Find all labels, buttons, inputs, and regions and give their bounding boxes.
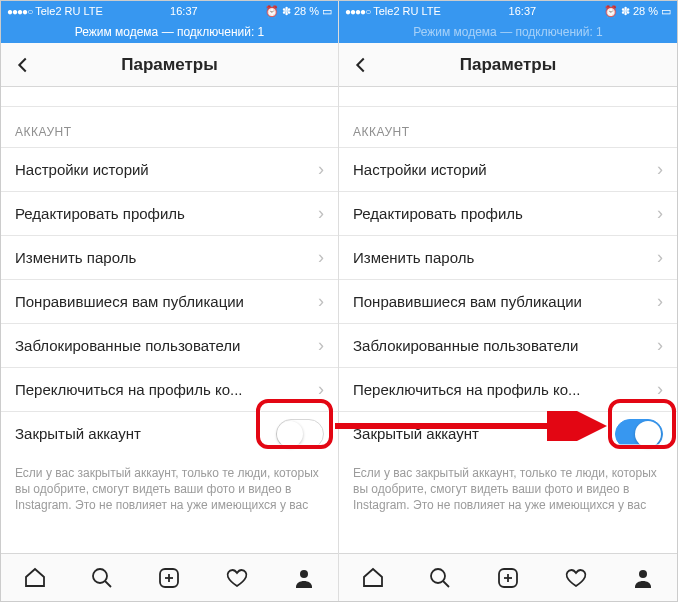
network-label: LTE [421,5,440,17]
row-liked-posts[interactable]: Понравившиеся вам публикации › [339,279,677,323]
hotspot-bar[interactable]: Режим модема — подключений: 1 [339,21,677,43]
nav-bar: Параметры [1,43,338,87]
row-label: Заблокированные пользователи [353,337,657,354]
row-blocked-users[interactable]: Заблокированные пользователи › [1,323,338,367]
chevron-right-icon: › [318,379,324,400]
row-label: Понравившиеся вам публикации [353,293,657,310]
battery-pct: 28 % [294,5,319,17]
status-bar: ●●●●○ Tele2 RU LTE 16:37 ⏰ ✽ 28 % ▭ [339,1,677,21]
row-change-password[interactable]: Изменить пароль › [1,235,338,279]
alarm-icon: ⏰ [604,5,618,18]
battery-icon: ▭ [661,5,671,18]
row-edit-profile[interactable]: Редактировать профиль › [339,191,677,235]
chevron-right-icon: › [657,335,663,356]
settings-list: Друзья с VK АККАУНТ Настройки историй › … [1,87,338,553]
row-truncated[interactable]: Друзья с VK [339,87,677,107]
network-label: LTE [83,5,102,17]
row-change-password[interactable]: Изменить пароль › [339,235,677,279]
row-label: Заблокированные пользователи [15,337,318,354]
search-icon[interactable] [428,566,452,590]
row-label: Закрытый аккаунт [15,425,276,442]
search-icon[interactable] [90,566,114,590]
row-label: Настройки историй [353,161,657,178]
signal-dots: ●●●●○ [7,6,32,17]
tab-bar [1,553,338,601]
chevron-right-icon: › [657,379,663,400]
row-label: Переключиться на профиль ко... [15,381,318,398]
row-blocked-users[interactable]: Заблокированные пользователи › [339,323,677,367]
chevron-right-icon: › [318,159,324,180]
row-switch-profile[interactable]: Переключиться на профиль ко... › [339,367,677,411]
chevron-right-icon: › [318,335,324,356]
private-account-toggle[interactable] [615,419,663,449]
row-label: Изменить пароль [15,249,318,266]
activity-icon[interactable] [564,566,588,590]
battery-icon: ▭ [322,5,332,18]
home-icon[interactable] [361,566,385,590]
chevron-right-icon: › [318,247,324,268]
add-post-icon[interactable] [496,566,520,590]
row-liked-posts[interactable]: Понравившиеся вам публикации › [1,279,338,323]
row-label: Настройки историй [15,161,318,178]
row-label: Понравившиеся вам публикации [15,293,318,310]
profile-icon[interactable] [292,566,316,590]
profile-icon[interactable] [631,566,655,590]
section-header-account: АККАУНТ [1,107,338,147]
status-bar: ●●●●○ Tele2 RU LTE 16:37 ⏰ ✽ 28 % ▭ [1,1,338,21]
section-header-account: АККАУНТ [339,107,677,147]
private-account-footnote: Если у вас закрытый аккаунт, только те л… [1,455,338,514]
svg-line-7 [443,581,449,587]
add-post-icon[interactable] [157,566,181,590]
screen-right: ●●●●○ Tele2 RU LTE 16:37 ⏰ ✽ 28 % ▭ Режи… [339,1,677,601]
clock: 16:37 [170,5,198,17]
signal-dots: ●●●●○ [345,6,370,17]
row-private-account: Закрытый аккаунт [1,411,338,455]
svg-point-5 [300,570,308,578]
svg-line-1 [105,581,111,587]
tab-bar [339,553,677,601]
svg-point-0 [93,569,107,583]
chevron-right-icon: › [657,159,663,180]
home-icon[interactable] [23,566,47,590]
chevron-right-icon: › [318,291,324,312]
chevron-right-icon: › [318,203,324,224]
nav-bar: Параметры [339,43,677,87]
hotspot-bar[interactable]: Режим модема — подключений: 1 [1,21,338,43]
carrier-label: Tele2 RU [373,5,418,17]
settings-list: Друзья с VK АККАУНТ Настройки историй › … [339,87,677,553]
row-label: Редактировать профиль [15,205,318,222]
svg-point-6 [431,569,445,583]
row-switch-profile[interactable]: Переключиться на профиль ко... › [1,367,338,411]
private-account-toggle[interactable] [276,419,324,449]
row-edit-profile[interactable]: Редактировать профиль › [1,191,338,235]
chevron-right-icon: › [657,203,663,224]
bluetooth-icon: ✽ [621,5,630,18]
row-private-account: Закрытый аккаунт [339,411,677,455]
page-title: Параметры [339,55,677,75]
chevron-right-icon: › [657,291,663,312]
svg-point-11 [639,570,647,578]
alarm-icon: ⏰ [265,5,279,18]
row-label: Редактировать профиль [353,205,657,222]
chevron-right-icon: › [657,247,663,268]
carrier-label: Tele2 RU [35,5,80,17]
row-truncated[interactable]: Друзья с VK [1,87,338,107]
row-story-settings[interactable]: Настройки историй › [1,147,338,191]
private-account-footnote: Если у вас закрытый аккаунт, только те л… [339,455,677,514]
row-label: Переключиться на профиль ко... [353,381,657,398]
bluetooth-icon: ✽ [282,5,291,18]
activity-icon[interactable] [225,566,249,590]
page-title: Параметры [1,55,338,75]
row-label: Изменить пароль [353,249,657,266]
row-story-settings[interactable]: Настройки историй › [339,147,677,191]
screen-left: ●●●●○ Tele2 RU LTE 16:37 ⏰ ✽ 28 % ▭ Режи… [1,1,339,601]
clock: 16:37 [509,5,537,17]
row-label: Закрытый аккаунт [353,425,615,442]
battery-pct: 28 % [633,5,658,17]
